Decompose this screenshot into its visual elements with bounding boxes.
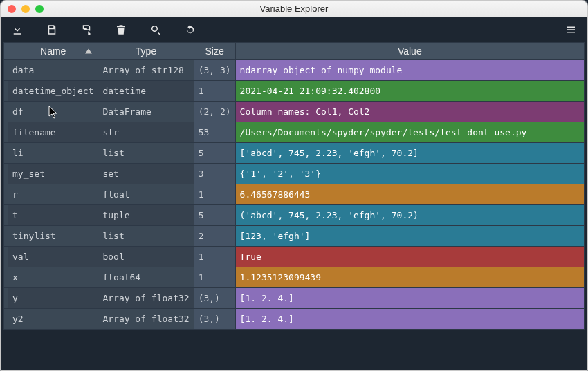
cell-type[interactable]: float64 <box>98 267 194 288</box>
cell-name[interactable]: r <box>8 184 98 205</box>
cell-name[interactable]: li <box>8 143 98 164</box>
col-header-value[interactable]: Value <box>235 43 584 60</box>
cell-type[interactable]: str <box>98 122 194 143</box>
refresh-icon <box>184 23 196 36</box>
cell-size[interactable]: 1 <box>194 81 235 102</box>
col-header-name[interactable]: Name <box>8 43 98 60</box>
cell-value[interactable]: 1.1235123099439 <box>235 267 584 288</box>
hamburger-menu-button[interactable] <box>564 23 578 37</box>
cell-name[interactable]: y <box>8 288 98 309</box>
save-edit-icon <box>80 23 93 36</box>
cell-value[interactable]: True <box>235 247 584 267</box>
cell-name[interactable]: filename <box>8 122 98 143</box>
table-row[interactable]: ttuple5('abcd', 745, 2.23, 'efgh', 70.2) <box>4 205 585 226</box>
cell-type[interactable]: Array of float32 <box>98 288 194 309</box>
cell-size[interactable]: 1 <box>194 247 235 267</box>
cell-value[interactable]: /Users/Documents/spyder/spyder/tests/tes… <box>235 122 584 143</box>
search-button[interactable] <box>149 23 163 37</box>
save-icon <box>46 23 58 36</box>
import-data-button[interactable] <box>10 23 24 37</box>
cell-type[interactable]: bool <box>98 247 194 267</box>
variable-table: Name Type Size Value dataArray of str128… <box>3 42 585 330</box>
download-icon <box>11 23 24 36</box>
cell-value[interactable]: Column names: Col1, Col2 <box>235 102 584 122</box>
cell-size[interactable]: 2 <box>194 226 235 247</box>
window-title: Variable Explorer <box>1 3 587 14</box>
save-data-as-button[interactable] <box>80 23 93 37</box>
table-row[interactable]: filenamestr53/Users/Documents/spyder/spy… <box>4 122 585 143</box>
titlebar: Variable Explorer <box>1 1 587 17</box>
cell-value[interactable]: [123, 'efgh'] <box>235 226 584 247</box>
trash-icon <box>115 23 127 36</box>
minimize-icon[interactable] <box>21 5 30 13</box>
cell-type[interactable]: Array of float32 <box>98 309 194 330</box>
table-row[interactable]: dataArray of str128(3, 3)ndarray object … <box>4 60 585 81</box>
cell-value[interactable]: [1. 2. 4.] <box>235 288 584 309</box>
cell-name[interactable]: val <box>8 247 98 267</box>
window-controls <box>8 5 44 13</box>
cell-type[interactable]: set <box>98 164 194 184</box>
col-header-name-label: Name <box>40 46 66 57</box>
delete-button[interactable] <box>114 23 128 37</box>
close-icon[interactable] <box>8 5 16 13</box>
table-row[interactable]: tinylistlist2[123, 'efgh'] <box>4 226 585 247</box>
refresh-button[interactable] <box>183 23 197 37</box>
cell-type[interactable]: datetime <box>98 81 194 102</box>
cell-type[interactable]: float <box>98 184 194 205</box>
table-row[interactable]: xfloat6411.1235123099439 <box>4 267 585 288</box>
cell-value[interactable]: {'1', '2', '3'} <box>235 164 584 184</box>
col-header-size[interactable]: Size <box>194 43 235 60</box>
table-row[interactable]: yArray of float32(3,)[1. 2. 4.] <box>4 288 585 309</box>
menu-icon <box>564 23 577 36</box>
search-icon <box>149 23 162 36</box>
table-row[interactable]: dfDataFrame(2, 2)Column names: Col1, Col… <box>4 102 585 122</box>
cell-name[interactable]: datetime_object <box>8 81 98 102</box>
save-data-button[interactable] <box>45 23 59 37</box>
cell-value[interactable]: ndarray object of numpy module <box>235 60 584 81</box>
cell-size[interactable]: 1 <box>194 184 235 205</box>
maximize-icon[interactable] <box>35 5 44 13</box>
cell-value[interactable]: 2021-04-21 21:09:32.402800 <box>235 81 584 102</box>
table-row[interactable]: valbool1True <box>4 247 585 267</box>
cell-type[interactable]: tuple <box>98 205 194 226</box>
cell-size[interactable]: 5 <box>194 143 235 164</box>
cell-name[interactable]: my_set <box>8 164 98 184</box>
cell-type[interactable]: list <box>98 143 194 164</box>
col-header-type[interactable]: Type <box>98 43 194 60</box>
cell-value[interactable]: ['abcd', 745, 2.23, 'efgh', 70.2] <box>235 143 584 164</box>
cell-value[interactable]: ('abcd', 745, 2.23, 'efgh', 70.2) <box>235 205 584 226</box>
cell-name[interactable]: x <box>8 267 98 288</box>
table-row[interactable]: lilist5['abcd', 745, 2.23, 'efgh', 70.2] <box>4 143 585 164</box>
cell-type[interactable]: DataFrame <box>98 102 194 122</box>
cell-name[interactable]: t <box>8 205 98 226</box>
cell-type[interactable]: list <box>98 226 194 247</box>
variable-table-wrap: Name Type Size Value dataArray of str128… <box>1 42 587 370</box>
cell-size[interactable]: 53 <box>194 122 235 143</box>
cell-size[interactable]: (3,) <box>194 288 235 309</box>
cell-name[interactable]: df <box>8 102 98 122</box>
sort-asc-icon <box>85 49 92 54</box>
cell-size[interactable]: (3,) <box>194 309 235 330</box>
cell-value[interactable]: [1. 2. 4.] <box>235 309 584 330</box>
cell-name[interactable]: data <box>8 60 98 81</box>
table-row[interactable]: my_setset3{'1', '2', '3'} <box>4 164 585 184</box>
cell-size[interactable]: (3, 3) <box>194 60 235 81</box>
cell-name[interactable]: y2 <box>8 309 98 330</box>
table-row[interactable]: y2Array of float32(3,)[1. 2. 4.] <box>4 309 585 330</box>
cell-name[interactable]: tinylist <box>8 226 98 247</box>
toolbar <box>1 17 587 42</box>
cell-type[interactable]: Array of str128 <box>98 60 194 81</box>
cell-size[interactable]: (2, 2) <box>194 102 235 122</box>
table-row[interactable]: rfloat16.46567886443 <box>4 184 585 205</box>
cell-size[interactable]: 3 <box>194 164 235 184</box>
cell-size[interactable]: 1 <box>194 267 235 288</box>
cell-size[interactable]: 5 <box>194 205 235 226</box>
table-row[interactable]: datetime_objectdatetime12021-04-21 21:09… <box>4 81 585 102</box>
cell-value[interactable]: 6.46567886443 <box>235 184 584 205</box>
